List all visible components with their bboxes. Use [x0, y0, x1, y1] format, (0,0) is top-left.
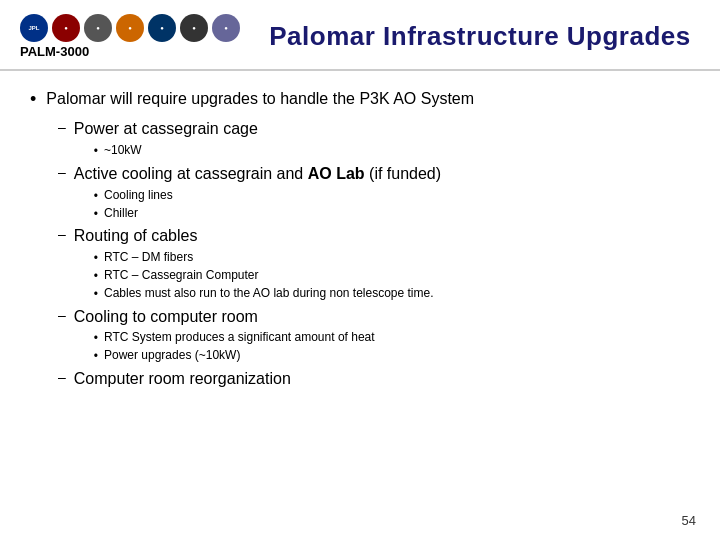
logo-jpl: JPL — [20, 14, 48, 42]
routing-sub-2-text: RTC – Cassegrain Computer — [104, 267, 259, 284]
bullet-cooling-room-1: • — [94, 331, 98, 345]
sub-item-cooling-label: Active cooling at cassegrain and AO Lab … — [74, 165, 441, 182]
cooling-sub-2: • Chiller — [94, 205, 441, 222]
slide-header: JPL ● ● ● ● ● ● PALM-3000 Palomar Infras… — [0, 0, 720, 71]
slide-title: Palomar Infrastructure Upgrades — [260, 21, 700, 52]
logo-2: ● — [52, 14, 80, 42]
slide-content: • Palomar will require upgrades to handl… — [0, 71, 720, 403]
logo-5: ● — [148, 14, 176, 42]
logo-4: ● — [116, 14, 144, 42]
sub-item-routing-label: Routing of cables — [74, 227, 198, 244]
cooling-sub-1-text: Cooling lines — [104, 187, 173, 204]
palm-label: PALM-3000 — [20, 44, 89, 59]
logo-7: ● — [212, 14, 240, 42]
slide: JPL ● ● ● ● ● ● PALM-3000 Palomar Infras… — [0, 0, 720, 540]
logo-6: ● — [180, 14, 208, 42]
sub-item-reorg-label: Computer room reorganization — [74, 370, 291, 387]
dash-3: – — [58, 226, 66, 242]
sub-item-cooling-room-content: Cooling to computer room • RTC System pr… — [74, 307, 375, 366]
sub-item-cooling: – Active cooling at cassegrain and AO La… — [58, 164, 690, 223]
bullet-cooling-2: • — [94, 207, 98, 221]
logo-3: ● — [84, 14, 112, 42]
bullet-cooling-room-2: • — [94, 349, 98, 363]
power-sub-1-text: ~10kW — [104, 142, 142, 159]
sub-item-reorg: – Computer room reorganization — [58, 369, 690, 390]
cooling-sub-items: • Cooling lines • Chiller — [94, 187, 441, 222]
main-bullet-dot: • — [30, 88, 36, 111]
main-bullet: • Palomar will require upgrades to handl… — [30, 89, 690, 111]
bullet-cooling-1: • — [94, 189, 98, 203]
sub-item-power-label: Power at cassegrain cage — [74, 120, 258, 137]
cooling-sub-2-text: Chiller — [104, 205, 138, 222]
dash-2: – — [58, 164, 66, 180]
routing-sub-items: • RTC – DM fibers • RTC – Cassegrain Com… — [94, 249, 434, 301]
sub-item-cooling-room-label: Cooling to computer room — [74, 308, 258, 325]
logo-area: JPL ● ● ● ● ● ● PALM-3000 — [20, 14, 240, 59]
cooling-room-sub-1: • RTC System produces a significant amou… — [94, 329, 375, 346]
power-sub-items: • ~10kW — [94, 142, 258, 159]
sub-item-routing: – Routing of cables • RTC – DM fibers • … — [58, 226, 690, 303]
logos: JPL ● ● ● ● ● ● — [20, 14, 240, 42]
cooling-room-sub-2: • Power upgrades (~10kW) — [94, 347, 375, 364]
page-number: 54 — [682, 513, 696, 528]
sub-item-cooling-room: – Cooling to computer room • RTC System … — [58, 307, 690, 366]
sub-item-routing-content: Routing of cables • RTC – DM fibers • RT… — [74, 226, 434, 303]
routing-sub-3: • Cables must also run to the AO lab dur… — [94, 285, 434, 302]
sub-item-reorg-content: Computer room reorganization — [74, 369, 291, 390]
cooling-room-sub-2-text: Power upgrades (~10kW) — [104, 347, 240, 364]
cooling-sub-1: • Cooling lines — [94, 187, 441, 204]
bullet-routing-1: • — [94, 251, 98, 265]
routing-sub-1: • RTC – DM fibers — [94, 249, 434, 266]
sub-item-power-content: Power at cassegrain cage • ~10kW — [74, 119, 258, 161]
bullet-routing-2: • — [94, 269, 98, 283]
dash-1: – — [58, 119, 66, 135]
bullet-power-1: • — [94, 144, 98, 158]
dash-5: – — [58, 369, 66, 385]
sub-item-cooling-content: Active cooling at cassegrain and AO Lab … — [74, 164, 441, 223]
sub-items-list: – Power at cassegrain cage • ~10kW – Act… — [58, 119, 690, 389]
routing-sub-1-text: RTC – DM fibers — [104, 249, 193, 266]
cooling-room-sub-1-text: RTC System produces a significant amount… — [104, 329, 375, 346]
sub-item-power: – Power at cassegrain cage • ~10kW — [58, 119, 690, 161]
cooling-room-sub-items: • RTC System produces a significant amou… — [94, 329, 375, 364]
main-bullet-text: Palomar will require upgrades to handle … — [46, 89, 474, 110]
routing-sub-2: • RTC – Cassegrain Computer — [94, 267, 434, 284]
power-sub-1: • ~10kW — [94, 142, 258, 159]
bullet-routing-3: • — [94, 287, 98, 301]
routing-sub-3-text: Cables must also run to the AO lab durin… — [104, 285, 434, 302]
dash-4: – — [58, 307, 66, 323]
